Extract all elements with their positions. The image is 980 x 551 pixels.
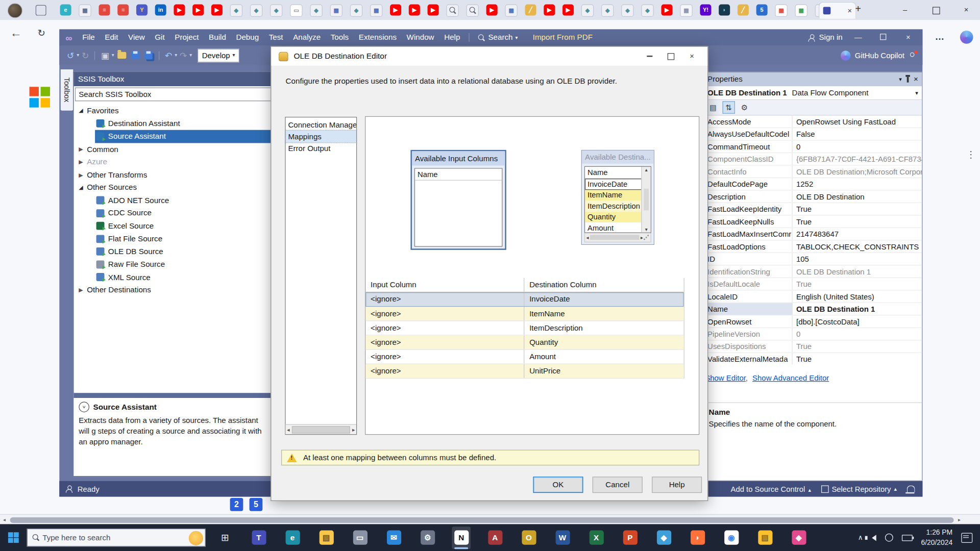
visual-app-tab-icon[interactable]: Y — [136, 5, 148, 16]
toolbox-tree-row[interactable]: Excel Source — [74, 219, 272, 232]
menu-item[interactable]: Project — [169, 33, 204, 42]
edge-tab-icon[interactable]: e — [60, 5, 71, 16]
page-list-hscrollbar[interactable]: ◂ ▸ — [286, 424, 356, 434]
mail-icon[interactable]: ✉ — [384, 527, 403, 549]
toolbox-tree-row[interactable]: Raw File Source — [74, 258, 272, 271]
sign-in-button[interactable]: Sign in — [808, 33, 843, 42]
browser-settings-icon[interactable]: … — [935, 31, 944, 42]
tree-expander-icon[interactable] — [79, 171, 87, 178]
browser-close-button[interactable]: × — [961, 5, 971, 15]
destination-column-item[interactable]: ItemDescription — [585, 201, 642, 211]
destination-column-item[interactable]: Amount — [585, 222, 642, 233]
property-value[interactable]: OLE DB Destination 1 — [793, 267, 922, 276]
mapping-input-cell[interactable]: <ignore> — [365, 350, 524, 364]
scroll-up-icon[interactable]: ▴ — [645, 167, 648, 172]
property-value[interactable]: English (United States) — [793, 292, 922, 300]
property-row[interactable]: FastLoadKeepIdentity True — [704, 203, 922, 215]
property-row[interactable]: ID 105 — [704, 253, 922, 265]
active-browser-tab[interactable]: × — [819, 2, 856, 19]
close-icon[interactable]: × — [914, 75, 918, 84]
undo-icon[interactable]: ↶ — [165, 51, 172, 61]
hidden-icons-chevron[interactable]: ∧ — [858, 534, 863, 542]
claw-tab-icon[interactable]: ◆ — [350, 5, 362, 17]
chevron-down-icon[interactable]: ▾ — [899, 76, 902, 82]
youtube-tab-icon[interactable]: ▶ — [486, 5, 498, 16]
claw-tab-icon[interactable]: ◆ — [641, 5, 653, 17]
mapping-row[interactable]: <ignore> InvoiceDate — [365, 292, 683, 307]
toolbox-splitter[interactable] — [74, 393, 272, 398]
feedback-icon[interactable] — [66, 485, 72, 492]
claw-tab-icon[interactable]: ◆ — [230, 5, 242, 17]
property-value[interactable]: 105 — [793, 255, 922, 263]
toolbox-vertical-tab[interactable]: Toolbox — [61, 69, 73, 111]
vs-minimize-button[interactable]: — — [849, 33, 868, 42]
ssis-search-input[interactable] — [76, 90, 271, 98]
github-copilot-icon[interactable] — [841, 51, 851, 61]
scroll-left-icon[interactable]: ◂ — [586, 235, 589, 240]
save-all-icon[interactable] — [144, 51, 153, 59]
claw-tab-icon[interactable]: ◆ — [601, 5, 614, 17]
mapping-destination-cell[interactable]: ItemDescription — [524, 321, 683, 335]
property-value[interactable]: OpenRowset Using FastLoad — [793, 117, 922, 126]
edge-icon[interactable]: e — [283, 527, 302, 549]
toolbox-tree-row[interactable]: Source Assistant — [74, 130, 272, 143]
claw-tab-icon[interactable]: ◆ — [270, 5, 282, 17]
mapping-input-cell[interactable]: <ignore> — [365, 307, 524, 320]
navigate-forward-icon[interactable]: ↻ — [82, 51, 89, 61]
toolbox-tree-row[interactable]: Flat File Source — [74, 233, 272, 245]
dialog-minimize-button[interactable] — [639, 49, 660, 63]
property-row[interactable]: ComponentClassID {6FB871A7-7C0F-4421-A69… — [704, 153, 922, 165]
property-row[interactable]: ContactInfo OLE DB Destination;Microsoft… — [704, 165, 922, 178]
property-row[interactable]: Name OLE DB Destination 1 — [704, 303, 922, 315]
access-icon[interactable]: A — [485, 527, 504, 549]
property-value[interactable]: [dbo].[CostcoData] — [793, 317, 922, 325]
word-icon[interactable]: W — [553, 527, 572, 549]
linkedin-tab-icon[interactable]: in — [155, 5, 166, 16]
dialog-page-item[interactable]: Mappings — [286, 131, 356, 142]
mapping-row[interactable]: <ignore> ItemName — [365, 307, 683, 321]
youtube-tab-icon[interactable]: ▶ — [428, 5, 439, 16]
toolbox-tree-row[interactable]: CDC Source — [74, 207, 272, 219]
property-value[interactable]: 1252 — [793, 180, 922, 188]
dialog-maximize-button[interactable] — [660, 49, 681, 63]
copilot-sidebar-icon[interactable] — [960, 31, 973, 44]
input-column-header[interactable]: Input Column — [365, 278, 524, 292]
ssis-search-box[interactable] — [75, 87, 271, 101]
menu-item[interactable]: Extensions — [354, 33, 402, 42]
toolbox-tree-row[interactable]: Other Destinations — [74, 284, 272, 296]
browser-profile-avatar[interactable] — [8, 3, 22, 18]
mapping-destination-cell[interactable]: Amount — [524, 350, 683, 364]
property-row[interactable]: FastLoadOptions TABLOCK,CHECK_CONSTRAINT… — [704, 240, 922, 253]
powerpoint-icon[interactable]: P — [621, 527, 640, 549]
menu-item[interactable]: Window — [402, 33, 439, 42]
file-explorer-icon[interactable]: ▤ — [317, 527, 336, 549]
action-center-icon[interactable] — [961, 533, 972, 543]
property-value[interactable]: True — [793, 217, 922, 226]
property-row[interactable]: FastLoadMaxInsertComr 2147483647 — [704, 228, 922, 240]
dialog-title-bar[interactable]: OLE DB Destination Editor × — [271, 47, 707, 66]
destination-column-header[interactable]: Destination Column — [524, 278, 683, 292]
search-tab-icon[interactable] — [466, 5, 478, 17]
gold-app-icon[interactable]: O — [520, 527, 538, 549]
pencil-tab-icon[interactable]: ╱ — [525, 5, 536, 16]
property-row[interactable]: LocaleID English (United States) — [704, 290, 922, 303]
help-button[interactable]: Help — [652, 477, 702, 493]
browser-reload-icon[interactable]: ↻ — [37, 28, 45, 39]
property-row[interactable]: OpenRowset [dbo].[CostcoData] — [704, 315, 922, 328]
destination-vscrollbar[interactable]: ▴ ▾ — [641, 167, 650, 233]
tree-expander-icon[interactable] — [79, 159, 87, 165]
mapping-input-cell[interactable]: <ignore> — [365, 292, 524, 306]
youtube-tab-icon[interactable]: ▶ — [409, 5, 420, 16]
mapping-destination-cell[interactable]: InvoiceDate — [524, 292, 683, 306]
property-row[interactable]: AccessMode OpenRowset Using FastLoad — [704, 116, 922, 128]
claw-tab-icon[interactable]: ◆ — [250, 5, 262, 17]
menu-item[interactable]: File — [77, 33, 100, 42]
grid-tab-icon[interactable]: ▦ — [79, 5, 91, 17]
tree-expander-icon[interactable] — [79, 287, 87, 293]
toolbox-tree-row[interactable]: Other Sources — [74, 181, 272, 194]
component-selector[interactable]: OLE DB Destination 1 Data Flow Component… — [704, 86, 922, 100]
pin-icon[interactable] — [907, 77, 909, 82]
chevron-down-icon[interactable]: ▾ — [112, 53, 114, 58]
color-grid-tab-icon[interactable]: ▦ — [795, 5, 807, 17]
property-row[interactable]: FastLoadKeepNulls True — [704, 215, 922, 228]
